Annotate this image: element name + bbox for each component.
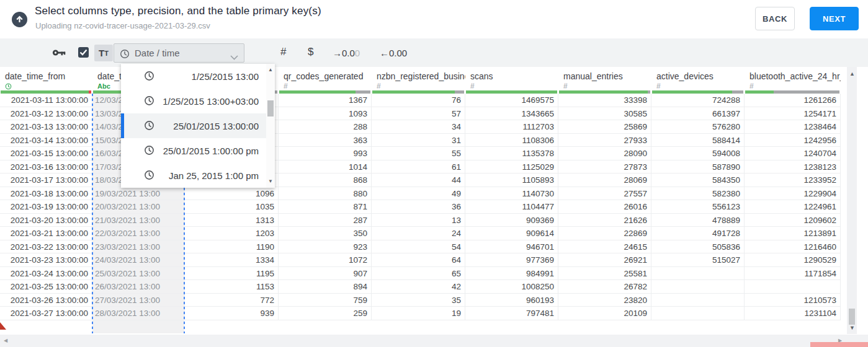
cell: 64	[372, 253, 465, 267]
cell: 2021-03-11 13:00:00	[0, 94, 92, 107]
cell: 34	[372, 120, 465, 134]
datetime-type-icon	[5, 83, 12, 90]
date-format-option[interactable]: Jan 25, 2015 1:00 pm	[121, 163, 266, 188]
column-name: scans	[465, 67, 558, 81]
dropdown-scrollbar[interactable]: ▲ ▼	[266, 64, 275, 188]
primary-key-icon[interactable]	[52, 48, 66, 59]
cell	[651, 267, 745, 281]
column-header-scans[interactable]: scans#	[465, 67, 558, 94]
cell: 587890	[651, 160, 745, 174]
checkbox-checked-icon[interactable]	[78, 47, 89, 58]
cell: 54	[372, 240, 465, 254]
cell: 772	[185, 294, 279, 307]
cell: 2021-03-17 13:00:00	[0, 174, 92, 187]
table-row: 2021-03-21 13:00:0022/03/2021 13:0012033…	[0, 227, 841, 240]
cell: 19/03/2021 13:00	[92, 187, 185, 201]
cell	[651, 280, 745, 294]
selected-column-extension	[92, 320, 184, 333]
date-format-option[interactable]: 25/01/2015 13:00:00	[121, 113, 266, 138]
cell: 880	[279, 187, 372, 201]
cell: 26/03/2021 13:00	[92, 280, 185, 294]
cell: 1254171	[745, 107, 841, 121]
dropdown-scroll-up-icon[interactable]: ▲	[268, 68, 273, 72]
cell: 588414	[651, 134, 745, 147]
cell: 23820	[558, 294, 651, 307]
cell: 20/03/2021 13:00	[92, 200, 185, 214]
clock-icon	[144, 170, 154, 183]
cell: 26016	[558, 200, 651, 214]
date-format-option[interactable]: 1/25/2015 13:00	[121, 64, 266, 89]
column-header-nzbn_registered_busine[interactable]: nzbn_registered_busine#	[372, 67, 465, 94]
scroll-down-arrow-icon[interactable]: ▼	[849, 325, 855, 331]
column-header-qr_codes_generated[interactable]: qr_codes_generated#	[279, 67, 372, 94]
date-format-option[interactable]: 1/25/2015 13:00+03:00	[121, 89, 266, 113]
cell: 797481	[465, 307, 558, 320]
cell: 42	[372, 280, 465, 294]
text-type-button[interactable]: TT	[94, 45, 113, 61]
column-header-active_devices[interactable]: active_devices#	[651, 67, 745, 94]
horizontal-scrollbar[interactable]: ◀ ▶	[0, 335, 868, 347]
cell: 25/03/2021 13:00	[92, 267, 185, 281]
column-header-bluetooth_active_24_hr_[interactable]: bluetooth_active_24_hr_#	[745, 67, 841, 94]
cell: 31	[372, 134, 465, 147]
cell: 1105893	[465, 174, 558, 187]
back-button[interactable]: BACK	[755, 7, 795, 30]
cell: 2021-03-12 13:00:00	[0, 107, 92, 121]
cell: 1140730	[465, 187, 558, 201]
cell: 907	[279, 267, 372, 281]
next-button[interactable]: NEXT	[810, 7, 859, 30]
cell: 49	[372, 187, 465, 201]
dropdown-scrollbar-thumb[interactable]	[267, 100, 274, 116]
column-header-manual_entries[interactable]: manual_entries#	[558, 67, 651, 94]
cell: 556123	[651, 200, 745, 214]
cell: 55	[372, 147, 465, 160]
column-header-date_time_from[interactable]: date_time_from	[0, 67, 92, 94]
quality-bar-segment	[732, 90, 743, 94]
cell: 21/03/2021 13:00	[92, 214, 185, 227]
quality-bar-segment	[279, 90, 356, 94]
quality-bar-segment	[455, 90, 464, 94]
decrease-decimals-button[interactable]: ←0.00	[380, 48, 407, 58]
cell: 584350	[651, 174, 745, 187]
clock-icon	[144, 71, 154, 84]
cell: 661397	[651, 107, 745, 121]
cell: 1035	[185, 200, 279, 214]
cell: 1367	[279, 94, 372, 107]
cell: 2021-03-22 13:00:00	[0, 240, 92, 254]
increase-decimals-button[interactable]: →0.00	[333, 48, 360, 58]
quality-bar-segment	[89, 90, 91, 94]
row-error-marker	[0, 322, 7, 330]
cell: 25581	[558, 267, 651, 281]
vertical-scrollbar-thumb[interactable]	[849, 309, 855, 325]
cell: 1108306	[465, 134, 558, 147]
currency-type-button[interactable]: $	[308, 46, 313, 58]
scroll-up-arrow-icon[interactable]: ▲	[849, 71, 855, 77]
cell: 1072	[279, 253, 372, 267]
cell: 759	[279, 294, 372, 307]
scroll-left-arrow-icon[interactable]: ◀	[4, 338, 7, 343]
dropdown-scroll-down-icon[interactable]: ▼	[268, 179, 273, 184]
cell: 350	[279, 227, 372, 240]
number-type-button[interactable]: #	[280, 46, 286, 58]
vertical-scrollbar[interactable]: ▲ ▼	[847, 67, 857, 334]
page-title: Select columns type, precision, and the …	[35, 5, 321, 17]
date-format-option[interactable]: 25/01/2015 1:00:00 pm	[121, 138, 266, 163]
page-horizontal-scrollbar-thumb[interactable]	[810, 342, 868, 347]
option-label: Jan 25, 2015 1:00 pm	[169, 170, 259, 181]
column-quality-bar	[1, 90, 91, 94]
clock-icon	[120, 49, 130, 59]
cell: 35	[372, 294, 465, 307]
cell: 27/03/2021 13:00	[92, 294, 185, 307]
cell: 2021-03-23 13:00:00	[0, 253, 92, 267]
quality-bar-segment	[745, 90, 774, 94]
cell: 2021-03-20 13:00:00	[0, 214, 92, 227]
cell: 2021-03-19 13:00:00	[0, 200, 92, 214]
header: Select columns type, precision, and the …	[0, 0, 868, 39]
column-type-select[interactable]: Date / time	[114, 43, 244, 63]
upload-status-text: Uploading nz-covid-tracer-usage-2021-03-…	[35, 21, 210, 30]
cell: 24	[372, 227, 465, 240]
cell: 44	[372, 174, 465, 187]
table-row: 2021-03-20 13:00:0021/03/2021 13:0013132…	[0, 214, 841, 227]
cell: 36	[372, 200, 465, 214]
table-row: 2021-03-24 13:00:0025/03/2021 13:0011959…	[0, 267, 841, 281]
